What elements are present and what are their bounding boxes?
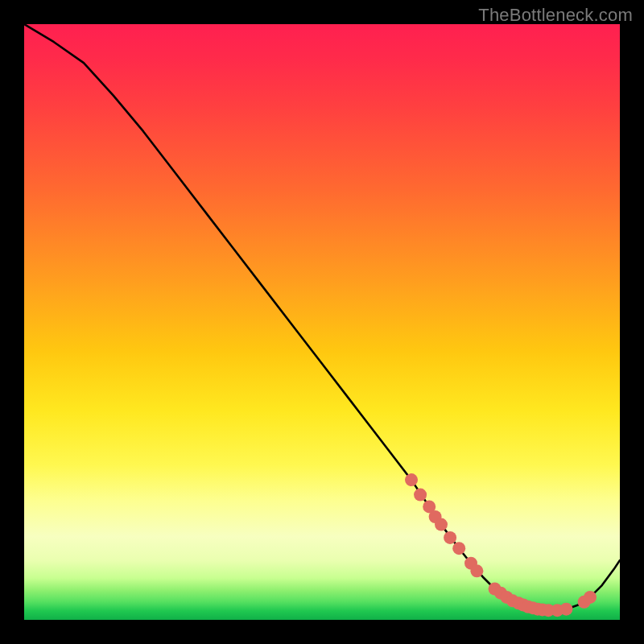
highlight-point <box>444 531 456 544</box>
highlight-point <box>435 518 448 531</box>
highlight-points <box>405 473 597 617</box>
watermark-text: TheBottleneck.com <box>478 5 633 26</box>
highlight-point <box>559 603 572 616</box>
highlight-point <box>414 489 427 502</box>
chart-svg <box>24 24 620 620</box>
highlight-point <box>470 564 483 577</box>
highlight-point <box>452 542 465 555</box>
plot-area <box>24 24 620 620</box>
highlight-point <box>584 591 597 604</box>
bottleneck-curve <box>24 24 620 610</box>
chart-stage: TheBottleneck.com <box>0 0 644 644</box>
highlight-point <box>405 473 418 486</box>
